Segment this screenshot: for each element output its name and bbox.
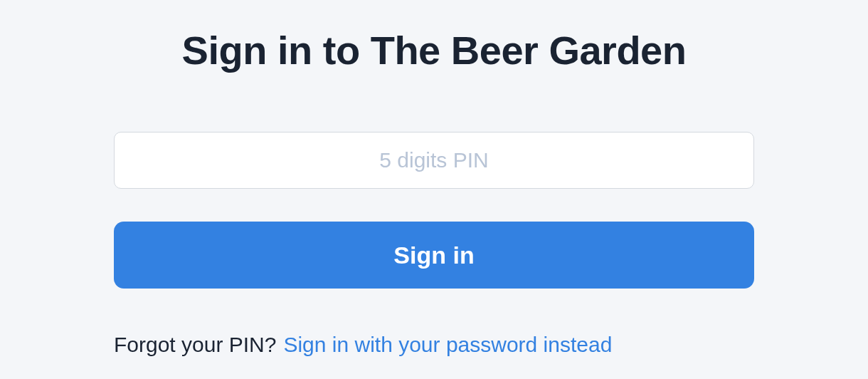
forgot-pin-prompt: Forgot your PIN?	[114, 333, 276, 357]
page-title: Sign in to The Beer Garden	[182, 27, 687, 73]
signin-button[interactable]: Sign in	[114, 222, 754, 289]
password-signin-link[interactable]: Sign in with your password instead	[283, 333, 612, 357]
signin-form: Sign in Forgot your PIN? Sign in with yo…	[114, 132, 754, 357]
forgot-pin-row: Forgot your PIN? Sign in with your passw…	[114, 333, 754, 357]
pin-input[interactable]	[114, 132, 754, 189]
